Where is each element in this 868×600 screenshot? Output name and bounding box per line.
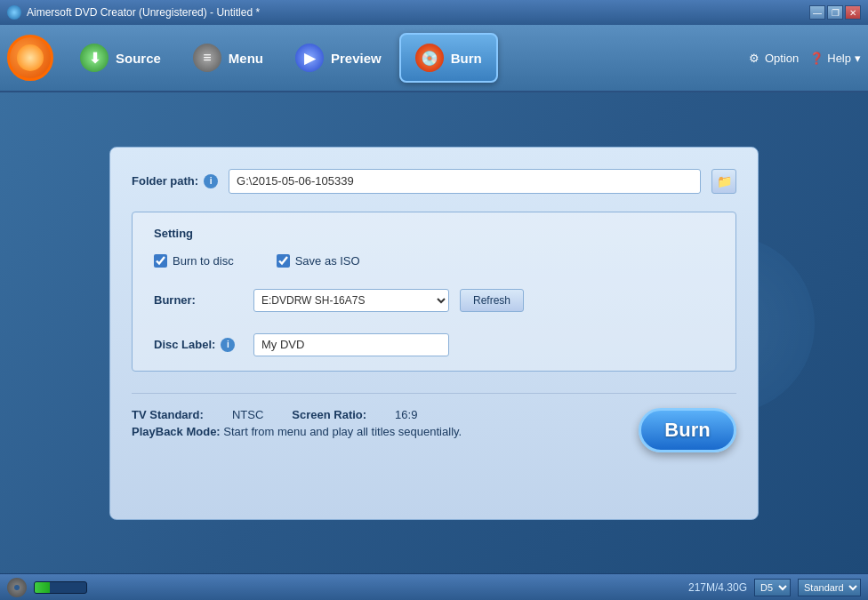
checkbox-row: Burn to disc Save as ISO bbox=[154, 254, 714, 268]
disc-label-info-icon[interactable]: i bbox=[221, 338, 235, 352]
save-as-iso-checkbox[interactable]: Save as ISO bbox=[277, 254, 360, 268]
status-bar: 217M/4.30G D5 D9 Standard bbox=[0, 573, 868, 600]
preview-tab[interactable]: ▶ Preview bbox=[281, 33, 396, 83]
tv-standard-value: NTSC bbox=[232, 408, 263, 421]
screen-ratio-key: Screen Ratio: bbox=[292, 408, 366, 421]
disc-type-select[interactable]: D5 D9 bbox=[754, 579, 791, 596]
refresh-button[interactable]: Refresh bbox=[460, 289, 524, 312]
help-label: Help bbox=[827, 52, 851, 65]
menu-icon: ≡ bbox=[193, 44, 221, 72]
status-disc-icon bbox=[7, 578, 27, 597]
bottom-info: TV Standard: NTSC Screen Ratio: 16:9 Pla… bbox=[132, 393, 736, 452]
bottom-info-left: TV Standard: NTSC Screen Ratio: 16:9 Pla… bbox=[132, 408, 462, 438]
status-progress-fill bbox=[35, 582, 50, 593]
save-as-iso-input[interactable] bbox=[277, 254, 290, 268]
settings-box: Setting Burn to disc Save as ISO Burner:… bbox=[132, 212, 736, 372]
status-progress-bar bbox=[34, 581, 87, 594]
gear-icon: ⚙ bbox=[747, 51, 761, 65]
burner-row: Burner: E:DVDRW SH-16A7S Refresh bbox=[154, 289, 714, 312]
burn-panel: Folder path: i 📁 Setting Burn to disc Sa… bbox=[109, 147, 759, 520]
menu-label: Menu bbox=[229, 51, 263, 66]
title-controls: — ❐ ✕ bbox=[809, 5, 861, 20]
help-icon: ❓ bbox=[809, 51, 824, 65]
disc-label-input[interactable] bbox=[253, 333, 449, 356]
burn-to-disc-label: Burn to disc bbox=[173, 254, 234, 268]
app-title: Aimersoft DVD Creator (Unregistered) - U… bbox=[27, 6, 260, 19]
playback-mode-value: Start from menu and play all titles sequ… bbox=[223, 425, 462, 438]
quality-select[interactable]: Standard bbox=[798, 579, 861, 596]
burn-to-disc-checkbox[interactable]: Burn to disc bbox=[154, 254, 234, 268]
title-bar: Aimersoft DVD Creator (Unregistered) - U… bbox=[0, 0, 868, 25]
close-button[interactable]: ✕ bbox=[845, 5, 861, 20]
title-bar-left: Aimersoft DVD Creator (Unregistered) - U… bbox=[7, 5, 260, 20]
folder-path-label: Folder path: i bbox=[132, 174, 218, 188]
screen-ratio-value: 16:9 bbox=[395, 408, 417, 421]
toolbar: ⬇ Source ≡ Menu ▶ Preview 💿 Burn ⚙ Optio… bbox=[0, 25, 868, 92]
app-logo bbox=[7, 35, 53, 81]
disc-label-text: Disc Label: bbox=[154, 338, 215, 351]
burn-to-disc-input[interactable] bbox=[154, 254, 167, 268]
folder-path-row: Folder path: i 📁 bbox=[132, 169, 736, 194]
disc-label-label: Disc Label: i bbox=[154, 338, 243, 352]
playback-mode-key: PlayBack Mode: bbox=[132, 425, 221, 438]
restore-button[interactable]: ❐ bbox=[827, 5, 843, 20]
folder-path-info-icon[interactable]: i bbox=[204, 174, 218, 188]
help-button[interactable]: ❓ Help ▾ bbox=[809, 51, 861, 65]
tv-screen-row: TV Standard: NTSC Screen Ratio: 16:9 bbox=[132, 408, 462, 421]
burn-icon: 💿 bbox=[415, 44, 444, 72]
burner-label: Burner: bbox=[154, 293, 243, 307]
settings-title: Setting bbox=[154, 227, 714, 240]
source-icon: ⬇ bbox=[80, 44, 108, 72]
burn-tab[interactable]: 💿 Burn bbox=[399, 33, 498, 83]
playback-row: PlayBack Mode: Start from menu and play … bbox=[132, 425, 462, 438]
status-size: 217M/4.30G bbox=[688, 581, 747, 594]
preview-icon: ▶ bbox=[295, 44, 324, 72]
preview-label: Preview bbox=[331, 51, 382, 66]
menu-tab[interactable]: ≡ Menu bbox=[179, 33, 277, 83]
option-label: Option bbox=[765, 52, 799, 65]
main-content: Folder path: i 📁 Setting Burn to disc Sa… bbox=[0, 92, 868, 573]
option-button[interactable]: ⚙ Option bbox=[747, 51, 799, 65]
status-disc-hole bbox=[14, 585, 20, 590]
burner-select[interactable]: E:DVDRW SH-16A7S bbox=[253, 289, 449, 312]
burn-tab-label: Burn bbox=[451, 51, 482, 66]
toolbar-right: ⚙ Option ❓ Help ▾ bbox=[747, 51, 861, 65]
minimize-button[interactable]: — bbox=[809, 5, 825, 20]
save-as-iso-label: Save as ISO bbox=[295, 254, 360, 268]
help-arrow: ▾ bbox=[855, 52, 861, 65]
browse-button[interactable]: 📁 bbox=[711, 169, 736, 194]
source-tab[interactable]: ⬇ Source bbox=[66, 33, 175, 83]
status-right: 217M/4.30G D5 D9 Standard bbox=[688, 579, 861, 596]
app-icon bbox=[7, 5, 21, 20]
tv-standard-key: TV Standard: bbox=[132, 408, 204, 421]
folder-path-input[interactable] bbox=[229, 169, 701, 194]
burn-main-button[interactable]: Burn bbox=[639, 408, 736, 452]
logo-inner bbox=[17, 44, 44, 71]
disc-label-row: Disc Label: i bbox=[154, 333, 714, 356]
folder-path-text: Folder path: bbox=[132, 174, 198, 188]
source-label: Source bbox=[116, 51, 161, 66]
